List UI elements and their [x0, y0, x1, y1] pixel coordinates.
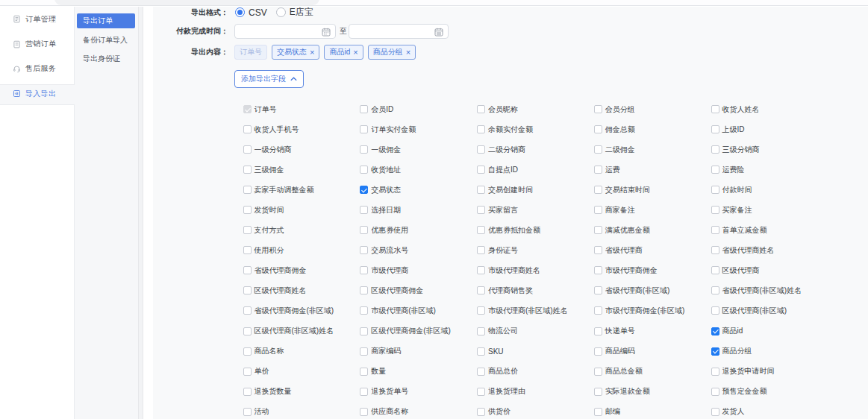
field-checkbox-item[interactable]: 数量 — [360, 366, 477, 377]
field-checkbox-item[interactable]: 商品总金额 — [594, 366, 711, 377]
field-checkbox-item[interactable]: 交易状态 — [360, 185, 477, 195]
field-checkbox-item[interactable]: 市级代理商佣金(非区域) — [594, 306, 711, 316]
field-checkbox-item[interactable]: 会员分组 — [594, 104, 711, 115]
field-checkbox-item[interactable]: 市级代理商佣金 — [594, 265, 711, 276]
field-checkbox-item[interactable]: 代理商销售奖 — [477, 286, 594, 296]
export-field-tag[interactable]: 商品分组 × — [368, 45, 416, 60]
start-date-input[interactable] — [234, 24, 336, 39]
sidebar-item-marketing-orders[interactable]: 营销订单 — [0, 31, 74, 56]
field-checkbox-item[interactable]: 区级代理商(非区域) — [711, 306, 828, 316]
field-checkbox-item[interactable]: 区级代理商(非区域)姓名 — [243, 326, 360, 336]
field-checkbox-item[interactable]: 佣金总额 — [594, 125, 711, 135]
field-checkbox-item[interactable]: 供货价 — [477, 406, 594, 417]
sidebar-scrollbar-track[interactable] — [138, 7, 143, 419]
field-checkbox-item[interactable]: 收货地址 — [360, 165, 477, 175]
field-checkbox-item[interactable]: 运费 — [594, 165, 711, 175]
field-checkbox-item[interactable]: 上级ID — [711, 125, 828, 135]
field-checkbox-item[interactable]: 自提点ID — [477, 165, 594, 175]
field-checkbox-item[interactable]: SKU — [477, 347, 594, 356]
field-checkbox-item[interactable]: 快递单号 — [594, 326, 711, 336]
submenu-item-export-id-card[interactable]: 导出身份证 — [77, 51, 135, 66]
field-checkbox-item[interactable]: 商品名称 — [243, 346, 360, 356]
field-checkbox-item[interactable]: 商品总价 — [477, 366, 594, 377]
end-date-input[interactable] — [349, 24, 449, 39]
tag-remove-icon[interactable]: × — [353, 48, 357, 57]
field-checkbox-item[interactable]: 首单立减金额 — [711, 225, 828, 236]
field-checkbox-item[interactable]: 市级代理商 — [360, 265, 477, 276]
submenu-item-backup-order-import[interactable]: 备份订单导入 — [77, 33, 135, 48]
field-checkbox-item[interactable]: 付款时间 — [711, 185, 828, 195]
field-checkbox-item[interactable]: 区级代理商佣金(非区域) — [360, 326, 477, 336]
field-checkbox-item[interactable]: 市级代理商(非区域) — [360, 306, 477, 316]
field-checkbox-item[interactable]: 商品编码 — [594, 346, 711, 356]
field-checkbox-item[interactable]: 供应商名称 — [360, 406, 477, 417]
field-checkbox-item[interactable]: 单价 — [243, 366, 360, 377]
field-checkbox-item[interactable]: 区级代理商姓名 — [243, 286, 360, 296]
add-export-field-button[interactable]: 添加导出字段 — [234, 70, 304, 88]
field-checkbox-item[interactable]: 交易流水号 — [360, 245, 477, 256]
field-checkbox-item[interactable]: 运费险 — [711, 165, 828, 175]
field-checkbox-item[interactable]: 订单实付金额 — [360, 125, 477, 135]
field-checkbox-item[interactable]: 省级代理商佣金(非区域) — [243, 306, 360, 316]
sidebar-item-after-sales[interactable]: 售后服务 — [0, 57, 74, 81]
field-checkbox-item[interactable]: 支付方式 — [243, 225, 360, 236]
field-checkbox-item[interactable]: 交易创建时间 — [477, 185, 594, 195]
field-checkbox-item[interactable]: 物流公司 — [477, 326, 594, 336]
field-checkbox-item[interactable]: 邮编 — [594, 406, 711, 417]
field-checkbox-item[interactable]: 发货时间 — [243, 205, 360, 215]
radio-csv[interactable]: CSV — [235, 7, 267, 18]
tag-remove-icon[interactable]: × — [406, 48, 410, 57]
field-checkbox-item[interactable]: 商品id — [711, 326, 828, 336]
field-checkbox-item[interactable]: 优惠券抵扣金额 — [477, 225, 594, 236]
export-field-tag[interactable]: 订单号 — [234, 45, 267, 60]
field-checkbox-item[interactable]: 商家编码 — [360, 346, 477, 356]
sidebar-item-order-management[interactable]: 订单管理 — [0, 7, 74, 31]
field-checkbox-item[interactable]: 买家留言 — [477, 205, 594, 215]
field-checkbox-item[interactable]: 订单号 — [243, 104, 360, 115]
field-checkbox-item[interactable]: 三级分销商 — [711, 145, 828, 155]
field-checkbox-item[interactable]: 退换货申请时间 — [711, 366, 828, 377]
submenu-item-export-orders[interactable]: 导出订单 — [77, 13, 135, 28]
field-checkbox-item[interactable]: 余额实付金额 — [477, 125, 594, 135]
field-checkbox-item[interactable]: 区级代理商 — [711, 265, 828, 276]
field-checkbox-item[interactable]: 优惠券使用 — [360, 225, 477, 236]
field-checkbox-item[interactable]: 收货人姓名 — [711, 104, 828, 115]
field-checkbox-item[interactable]: 收货人手机号 — [243, 125, 360, 135]
field-checkbox-item[interactable]: 二级佣金 — [594, 145, 711, 155]
field-checkbox-item[interactable]: 预售定金金额 — [711, 386, 828, 397]
field-checkbox-item[interactable]: 退换货理由 — [477, 386, 594, 397]
field-checkbox-item[interactable]: 活动 — [243, 406, 360, 417]
field-checkbox-item[interactable]: 省级代理商 — [594, 245, 711, 256]
field-checkbox-item[interactable]: 市级代理商姓名 — [477, 265, 594, 276]
tag-remove-icon[interactable]: × — [310, 48, 314, 57]
field-checkbox-item[interactable]: 满减优惠金额 — [594, 225, 711, 236]
field-checkbox-item[interactable]: 商家备注 — [594, 205, 711, 215]
field-checkbox-item[interactable]: 会员昵称 — [477, 104, 594, 115]
field-checkbox-item[interactable]: 实际退款金额 — [594, 386, 711, 397]
field-checkbox-item[interactable]: 省级代理商姓名 — [711, 245, 828, 256]
field-checkbox-item[interactable]: 发货人 — [711, 406, 828, 417]
field-checkbox-item[interactable]: 三级佣金 — [243, 165, 360, 175]
field-checkbox-item[interactable]: 省级代理商(非区域) — [594, 286, 711, 296]
field-checkbox-item[interactable]: 区级代理商佣金 — [360, 286, 477, 296]
field-checkbox-item[interactable]: 退换货数量 — [243, 386, 360, 397]
sidebar-item-import-export[interactable]: 导入导出 — [0, 81, 74, 106]
radio-edianbao[interactable]: E店宝 — [276, 6, 313, 19]
field-checkbox-item[interactable]: 选择日期 — [360, 205, 477, 215]
field-checkbox-item[interactable]: 二级分销商 — [477, 145, 594, 155]
field-checkbox-item[interactable]: 商品分组 — [711, 346, 828, 356]
field-checkbox-item[interactable]: 使用积分 — [243, 245, 360, 256]
field-checkbox-item[interactable]: 一级佣金 — [360, 145, 477, 155]
export-field-tag[interactable]: 交易状态 × — [272, 45, 319, 60]
field-checkbox-item[interactable]: 会员ID — [360, 104, 477, 115]
field-checkbox-item[interactable]: 省级代理商(非区域)姓名 — [711, 286, 828, 296]
field-checkbox-item[interactable]: 交易结束时间 — [594, 185, 711, 195]
export-field-tag[interactable]: 商品id × — [324, 45, 363, 60]
field-checkbox-item[interactable]: 一级分销商 — [243, 145, 360, 155]
field-checkbox-item[interactable]: 退换货单号 — [360, 386, 477, 397]
field-checkbox-item[interactable]: 市级代理商(非区域)姓名 — [477, 306, 594, 316]
field-checkbox-item[interactable]: 买家备注 — [711, 205, 828, 215]
field-checkbox-item[interactable]: 卖家手动调整金额 — [243, 185, 360, 195]
field-checkbox-item[interactable]: 省级代理商佣金 — [243, 265, 360, 276]
field-checkbox-item[interactable]: 身份证号 — [477, 245, 594, 256]
